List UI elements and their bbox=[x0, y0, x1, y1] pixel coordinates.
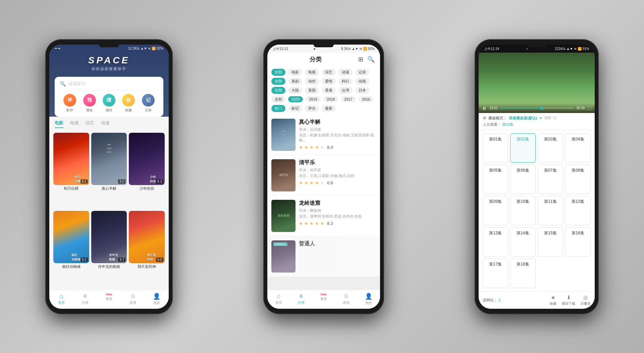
nav-discover-2[interactable]: ☺ 发现 bbox=[335, 293, 358, 305]
pause-button[interactable]: ⏸ bbox=[482, 106, 487, 111]
filter-all-2[interactable]: 全部 bbox=[271, 87, 285, 94]
list-item-1[interactable]: 清平乐 清平乐 导演：张开宙 演员：王凯,江疏影,任敏,杨玏,边程 ★ ★ ★ … bbox=[267, 155, 380, 195]
ep-btn-15[interactable]: 第16集 bbox=[565, 227, 591, 256]
source-count[interactable]: 2 bbox=[498, 298, 500, 302]
nav-category-1[interactable]: ≡ 分类 bbox=[73, 293, 97, 305]
action-download[interactable]: ⬇ 缓存下载 bbox=[562, 294, 575, 306]
fullscreen-button[interactable]: ⛶ bbox=[587, 106, 591, 111]
filter-hk[interactable]: 香港 bbox=[322, 87, 336, 94]
playback-mode[interactable]: 倍速播放器(默认) bbox=[509, 116, 537, 121]
filter-anime[interactable]: 动漫 bbox=[338, 69, 353, 76]
list-item-2[interactable]: 龙岭迷窟 龙岭迷窟 导演：费振翔 演员：潘粤明,张雨绮,姜超,高伟光,佟磊 ★ … bbox=[267, 196, 380, 236]
video-player[interactable]: ⏸ 19:52 35:39 ⛶ bbox=[479, 53, 595, 113]
filter-2018[interactable]: 2018 bbox=[323, 96, 338, 102]
list-director-1: 导演：张开宙 bbox=[299, 168, 376, 173]
tab-tv[interactable]: 电视 bbox=[70, 120, 79, 128]
filter-all-3[interactable]: 全部 bbox=[271, 96, 285, 103]
filter-romance[interactable]: 爱情 bbox=[322, 78, 336, 85]
grid-icon[interactable]: ⊞ bbox=[358, 56, 363, 63]
filter-action[interactable]: 动作 bbox=[305, 78, 319, 85]
movie-card-1[interactable]: thehalfof it 8.0 真心半解 bbox=[91, 133, 127, 209]
progress-track[interactable] bbox=[500, 108, 574, 109]
nav-home-2[interactable]: ⌂ 首页 bbox=[267, 293, 290, 305]
movie-poster-3: 疯狂动物城 9.2 bbox=[53, 211, 89, 263]
filter-all-0[interactable]: 全部 bbox=[271, 69, 285, 76]
ep-btn-7[interactable]: 第08集 bbox=[565, 165, 591, 194]
qa-cache[interactable]: 缓 缓存 bbox=[103, 94, 115, 113]
ep-btn-10[interactable]: 第11集 bbox=[538, 196, 563, 225]
filter-jp[interactable]: 日本 bbox=[355, 87, 369, 94]
source-bar: 源网站： 2 ★ 收藏 ⬇ 缓存下载 ◎ bbox=[479, 291, 595, 309]
filter-us[interactable]: 美国 bbox=[305, 87, 319, 94]
score-2: 8.3 bbox=[156, 179, 163, 184]
filter-tv[interactable]: 电视 bbox=[305, 69, 319, 76]
list-title-0: 真心半解 bbox=[299, 119, 376, 126]
ep-btn-3[interactable]: 第04集 bbox=[565, 133, 591, 163]
filter-2020[interactable]: 2020 bbox=[288, 96, 303, 102]
nav-profile-2[interactable]: 👤 我的 bbox=[358, 293, 380, 305]
tab-variety[interactable]: 综艺 bbox=[86, 120, 94, 128]
nav-category-2[interactable]: ≡ 分类 bbox=[290, 293, 312, 305]
ep-btn-11[interactable]: 第12集 bbox=[565, 196, 591, 225]
ep-btn-5[interactable]: 第06集 bbox=[510, 165, 536, 194]
filter-mainland[interactable]: 大陆 bbox=[288, 87, 302, 94]
qa-history[interactable]: 记 记录 bbox=[142, 94, 155, 113]
search-input-row: 🔍 搜索影片 bbox=[60, 81, 158, 91]
filter-scifi[interactable]: 科幻 bbox=[338, 78, 353, 85]
qa-review[interactable]: 评 影评 bbox=[63, 94, 76, 113]
list-item-3[interactable]: NORMAL 普通人 bbox=[267, 236, 380, 277]
list-item-0[interactable]: thehalfof it 真心半解 导演：伍思薇 演员：莉娜·刘易斯,丹尼尔·迪… bbox=[267, 115, 380, 155]
source-label: 源网站： bbox=[483, 298, 497, 302]
qa-trailer[interactable]: 预 预告 bbox=[83, 94, 96, 113]
explain-link[interactable]: 说明 bbox=[544, 116, 551, 120]
ep-btn-12[interactable]: 第13集 bbox=[483, 227, 508, 256]
filter-hot[interactable]: 热门 bbox=[271, 105, 285, 112]
ep-btn-9[interactable]: 第10集 bbox=[510, 196, 536, 225]
filter-record[interactable]: 记录 bbox=[355, 69, 369, 76]
filter-rating[interactable]: 评分 bbox=[305, 105, 319, 112]
filter-2016[interactable]: 2016 bbox=[359, 96, 373, 102]
filter-2017[interactable]: 2017 bbox=[341, 96, 356, 102]
movie-card-5[interactable]: 我不是药神 9.0 我不是药神 bbox=[129, 211, 165, 287]
nav-update-1[interactable]: New 更新 bbox=[97, 293, 121, 305]
nav-update-2[interactable]: New 更新 bbox=[312, 293, 335, 305]
nav-home-label-1: 首页 bbox=[58, 300, 65, 305]
ep-btn-13[interactable]: 第14集 bbox=[510, 227, 536, 256]
search-icon-2[interactable]: 🔍 bbox=[367, 56, 375, 63]
ep-btn-14[interactable]: 第15集 bbox=[538, 227, 563, 256]
movie-card-3[interactable]: 疯狂动物城 9.2 疯狂动物城 bbox=[53, 211, 89, 287]
poster-art-2: 少年的你 8.3 bbox=[129, 133, 165, 185]
filter-variety[interactable]: 综艺 bbox=[322, 69, 336, 76]
ep-btn-16[interactable]: 第17集 bbox=[483, 258, 508, 288]
filter-2019[interactable]: 2019 bbox=[306, 96, 320, 102]
ep-btn-6[interactable]: 第07集 bbox=[538, 165, 563, 194]
nav-category-label-1: 分类 bbox=[82, 300, 89, 305]
movie-card-0[interactable]: 利刃出鞘 8.2 利刃出鞘 bbox=[53, 133, 89, 209]
ep-btn-4[interactable]: 第05集 bbox=[483, 165, 508, 194]
tab-movie[interactable]: 电影 bbox=[55, 120, 63, 128]
filter-tw[interactable]: 台湾 bbox=[338, 87, 353, 94]
ep-btn-0[interactable]: 第01集 bbox=[483, 133, 508, 163]
search-icon: 🔍 bbox=[60, 81, 66, 86]
nav-profile-1[interactable]: 👤 我的 bbox=[145, 293, 169, 305]
action-favorite[interactable]: ★ 收藏 bbox=[550, 294, 556, 306]
qa-favorite[interactable]: 收 收藏 bbox=[122, 94, 135, 113]
filter-all-1[interactable]: 全部 bbox=[271, 78, 285, 85]
filter-movie[interactable]: 电影 bbox=[288, 69, 302, 76]
ep-btn-1[interactable]: 第02集 bbox=[510, 133, 536, 163]
filter-comedy[interactable]: 喜剧 bbox=[288, 78, 302, 85]
movie-card-2[interactable]: 少年的你 8.3 少年的你 bbox=[129, 133, 165, 209]
action-douban[interactable]: ◎ 豆瓣音 bbox=[581, 294, 591, 306]
ep-btn-2[interactable]: 第03集 bbox=[538, 133, 563, 163]
tab-anime[interactable]: 动漫 bbox=[101, 120, 110, 128]
nav-discover-1[interactable]: ☺ 发现 bbox=[121, 293, 145, 305]
phone2-content: 上午11:13 ● 8.2K/s ▲▼ ≋ 📶 92% 分类 ⊞ 🔍 bbox=[267, 45, 380, 309]
movie-card-4[interactable]: 肖申克救赎 9.7 肖申克的救赎 bbox=[91, 211, 127, 287]
search-box[interactable]: 🔍 搜索影片 评 影评 预 预告 bbox=[55, 77, 163, 117]
ep-btn-17[interactable]: 第18集 bbox=[510, 258, 536, 288]
nav-home-1[interactable]: ⌂ 首页 bbox=[49, 293, 73, 305]
filter-cartoon[interactable]: 动画 bbox=[355, 78, 369, 85]
filter-mark[interactable]: 标记 bbox=[288, 105, 302, 112]
ep-btn-8[interactable]: 第09集 bbox=[483, 196, 508, 225]
filter-newest[interactable]: 最新 bbox=[322, 105, 336, 112]
